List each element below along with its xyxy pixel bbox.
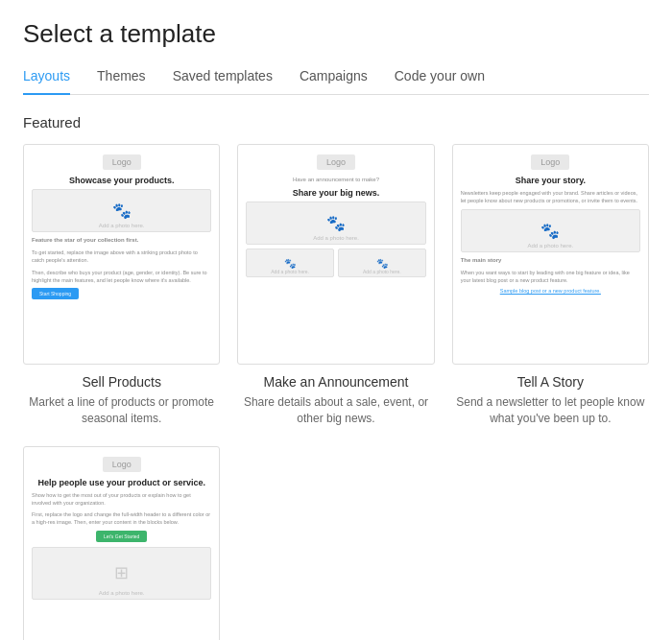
template-preview-announcement: Logo Have an announcement to make? Share… — [237, 144, 434, 365]
image-icon-story: 🐾 — [540, 222, 560, 240]
preview-logo-announce: Logo — [317, 154, 355, 170]
preview-image-announce-left: 🐾 Add a photo here. — [246, 249, 334, 277]
template-preview-story: Logo Share your story. Newsletters keep … — [452, 144, 649, 365]
tab-layouts[interactable]: Layouts — [23, 68, 70, 95]
preview-logo-story: Logo — [531, 154, 569, 170]
template-desc-announce: Share details about a sale, event, or ot… — [237, 394, 434, 427]
preview-image-announce-right: 🐾 Add a photo here. — [338, 249, 426, 277]
tab-campaigns[interactable]: Campaigns — [300, 68, 368, 95]
preview-headline-story: Share your story. — [516, 176, 586, 185]
template-card-announcement[interactable]: Logo Have an announcement to make? Share… — [237, 144, 434, 427]
preview-body-help-1: Show how to get the most out of your pro… — [32, 491, 211, 508]
preview-body-story-1: Newsletters keep people engaged with you… — [461, 189, 640, 205]
template-preview-sell: Logo Showcase your products. 🐾 Add a pho… — [23, 144, 220, 365]
preview-body-sell-2: To get started, replace the image above … — [32, 249, 211, 265]
template-desc-sell: Market a line of products or promote sea… — [23, 394, 220, 427]
image-icon-help: ⊞ — [114, 562, 129, 583]
preview-logo-sell: Logo — [103, 154, 141, 170]
tab-code-your-own[interactable]: Code your own — [395, 68, 485, 95]
template-name-announce: Make an Announcement — [237, 374, 434, 390]
preview-body-sell-1: Feature the star of your collection firs… — [32, 236, 211, 245]
preview-image-sell: 🐾 Add a photo here. — [32, 189, 211, 232]
section-title-featured: Featured — [23, 114, 649, 130]
tab-themes[interactable]: Themes — [97, 68, 146, 95]
image-icon-announce-left: 🐾 — [284, 258, 296, 269]
template-card-sell-products[interactable]: Logo Showcase your products. 🐾 Add a pho… — [23, 144, 220, 427]
preview-body-sell-3: Then, describe who buys your product (ag… — [32, 269, 211, 285]
image-icon-announce-right: 🐾 — [376, 258, 388, 269]
preview-two-col-announce: 🐾 Add a photo here. 🐾 Add a photo here. — [246, 249, 425, 277]
template-preview-help: Logo Help people use your product or ser… — [23, 446, 220, 640]
tab-saved-templates[interactable]: Saved templates — [173, 68, 273, 95]
preview-body-help-2: First, replace the logo and change the f… — [32, 510, 211, 527]
bottom-templates-grid: Logo Help people use your product or ser… — [23, 446, 649, 640]
preview-body-story-3: When you want ways to start by leading w… — [461, 269, 640, 285]
preview-headline-announce: Share your big news. — [293, 188, 380, 198]
preview-image-help: ⊞ Add a photo here. — [32, 547, 211, 600]
tabs-nav: Layouts Themes Saved templates Campaigns… — [23, 68, 649, 95]
featured-section: Featured Logo Showcase your products. 🐾 … — [23, 114, 649, 640]
preview-headline-help: Help people use your product or service. — [37, 478, 205, 487]
preview-cta-sell: Start Shopping — [32, 288, 79, 299]
preview-image-story: 🐾 Add a photo here. — [461, 209, 640, 252]
preview-image-announce-main: 🐾 Add a photo here. — [246, 201, 425, 245]
preview-body-story-2: The main story — [461, 256, 640, 265]
preview-cta-help: Let's Get Started — [96, 531, 147, 542]
preview-headline-sell: Showcase your products. — [69, 176, 175, 185]
featured-templates-grid: Logo Showcase your products. 🐾 Add a pho… — [23, 144, 649, 427]
preview-subtext-announce: Have an announcement to make? — [293, 176, 379, 183]
image-icon-announce-main: 🐾 — [326, 214, 346, 232]
template-card-story[interactable]: Logo Share your story. Newsletters keep … — [452, 144, 649, 427]
page-title: Select a template — [23, 19, 649, 49]
preview-link-story: Sample blog post or a new product featur… — [500, 288, 601, 294]
image-icon-sell: 🐾 — [112, 201, 132, 220]
template-card-help[interactable]: Logo Help people use your product or ser… — [23, 446, 220, 640]
template-name-story: Tell A Story — [452, 374, 649, 390]
template-desc-story: Send a newsletter to let people know wha… — [452, 394, 649, 427]
template-name-sell: Sell Products — [23, 374, 220, 390]
preview-logo-help: Logo — [103, 457, 141, 472]
